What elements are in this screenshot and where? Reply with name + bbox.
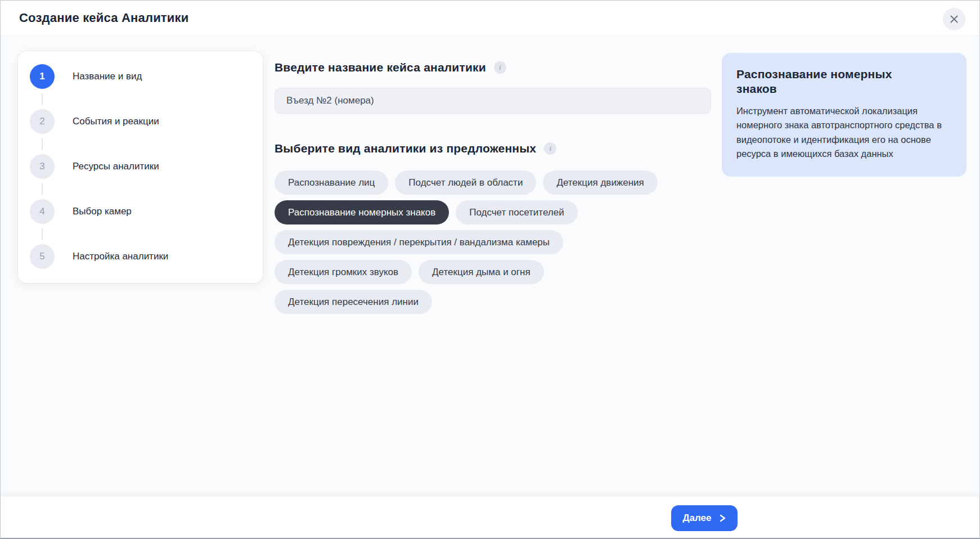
step-number-badge: 3 xyxy=(30,154,55,179)
analytics-info-panel: Распознавание номерных знаков Инструмент… xyxy=(722,53,966,177)
step-label: События и реакции xyxy=(73,116,159,127)
step-number-badge: 5 xyxy=(30,244,55,269)
stepper-step-2[interactable]: 2События и реакции xyxy=(30,109,263,134)
chip-row: Детекция пересечения линии xyxy=(275,290,711,314)
chevron-right-icon xyxy=(718,514,726,522)
case-name-input[interactable] xyxy=(275,88,711,114)
next-button[interactable]: Далее xyxy=(671,505,738,531)
step-connector xyxy=(42,138,43,150)
chip-row: Детекция повреждения / перекрытия / ванд… xyxy=(275,230,711,254)
info-panel-description: Инструмент автоматической локализация но… xyxy=(736,104,952,161)
analytics-type-chip[interactable]: Детекция громких звуков xyxy=(275,260,412,284)
stepper-step-1[interactable]: 1Название и вид xyxy=(30,64,263,89)
step-label: Выбор камер xyxy=(73,206,132,217)
step-label: Название и вид xyxy=(73,71,142,82)
modal-content: 1Название и вид2События и реакции3Ресурс… xyxy=(1,36,979,497)
analytics-type-section-title: Выберите вид аналитики из предложенных xyxy=(275,142,536,155)
chip-row: Распознавание лицПодсчет людей в области… xyxy=(275,170,711,195)
analytics-type-chip[interactable]: Детекция движения xyxy=(543,170,657,195)
analytics-type-chip[interactable]: Подсчет людей в области xyxy=(395,170,536,195)
modal-title: Создание кейса Аналитики xyxy=(19,11,189,25)
stepper: 1Название и вид2События и реакции3Ресурс… xyxy=(18,51,263,283)
stepper-step-4[interactable]: 4Выбор камер xyxy=(30,199,263,224)
chip-row: Распознавание номерных знаковПодсчет пос… xyxy=(275,200,711,224)
analytics-type-chips: Распознавание лицПодсчет людей в области… xyxy=(275,170,711,314)
analytics-type-chip[interactable]: Распознавание номерных знаков xyxy=(275,200,449,224)
analytics-type-chip[interactable]: Детекция пересечения линии xyxy=(275,290,432,314)
info-icon[interactable]: i xyxy=(544,142,556,155)
create-analytics-case-modal: Создание кейса Аналитики 1Название и вид… xyxy=(0,0,980,539)
analytics-type-chip[interactable]: Детекция повреждения / перекрытия / ванд… xyxy=(275,230,563,254)
step-number-badge: 1 xyxy=(30,64,55,89)
stepper-step-3[interactable]: 3Ресурсы аналитики xyxy=(30,154,263,179)
chip-row: Детекция громких звуковДетекция дыма и о… xyxy=(275,260,711,284)
step-number-badge: 4 xyxy=(30,199,55,224)
step-connector xyxy=(42,183,43,195)
info-icon[interactable]: i xyxy=(494,61,506,74)
close-icon xyxy=(950,15,959,24)
analytics-type-section-header: Выберите вид аналитики из предложенных i xyxy=(275,140,711,157)
step-connector xyxy=(42,93,43,105)
analytics-type-chip[interactable]: Подсчет посетителей xyxy=(456,200,577,224)
case-name-section-title: Введите название кейса аналитики xyxy=(275,61,486,74)
analytics-type-chip[interactable]: Детекция дыма и огня xyxy=(419,260,544,284)
step-number-badge: 2 xyxy=(30,109,55,134)
case-name-section-header: Введите название кейса аналитики i xyxy=(275,59,711,76)
modal-header: Создание кейса Аналитики xyxy=(1,1,979,36)
step-label: Настройка аналитики xyxy=(73,251,168,262)
close-button[interactable] xyxy=(943,8,965,30)
step-label: Ресурсы аналитики xyxy=(73,161,159,172)
info-panel-title: Распознавание номерных знаков xyxy=(736,67,922,97)
stepper-step-5[interactable]: 5Настройка аналитики xyxy=(30,244,263,269)
modal-footer: Далее xyxy=(1,497,979,538)
step-connector xyxy=(42,228,43,240)
main-column: Введите название кейса аналитики i Выбер… xyxy=(275,36,711,314)
analytics-type-chip[interactable]: Распознавание лиц xyxy=(275,170,388,195)
next-button-label: Далее xyxy=(682,513,711,524)
